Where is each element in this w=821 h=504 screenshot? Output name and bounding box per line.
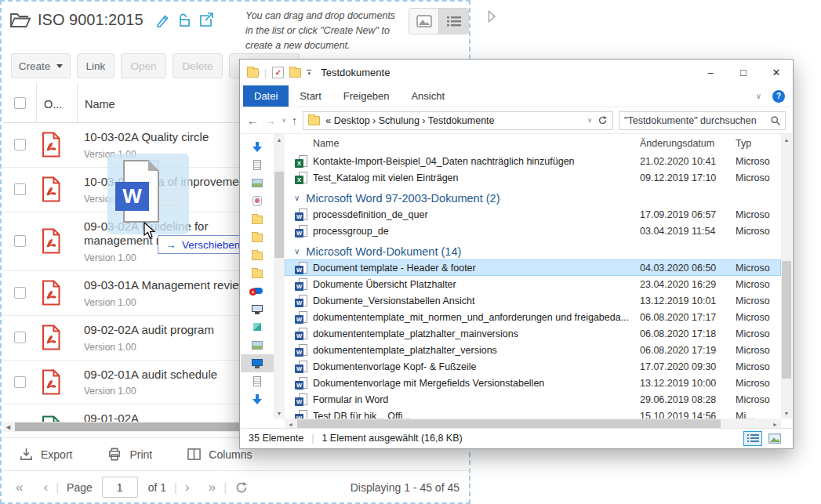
link-button[interactable]: Link [77,53,114,78]
nav-pane-item[interactable] [241,138,274,156]
search-input[interactable] [619,115,770,126]
nav-pane-item[interactable] [241,192,274,210]
nav-pane-item[interactable] [241,318,274,336]
column-header-name[interactable]: Name [85,98,115,111]
maximize-button[interactable]: □ [727,60,760,85]
new-folder-icon[interactable] [289,68,301,78]
file-row[interactable]: ∨ Microsoft Word-Dokument (14) [285,239,781,259]
export-button[interactable]: Export [19,447,72,462]
thumbnail-view-button[interactable] [409,9,438,34]
scroll-down-arrow-icon[interactable]: ▼ [274,408,285,419]
row-checkbox[interactable] [14,235,26,247]
first-page-button[interactable]: « [16,480,23,495]
scroll-down-arrow-icon[interactable]: ▼ [781,408,792,419]
file-row[interactable]: ∨ Microsoft Word 97-2003-Dokument (2) [285,186,781,206]
prev-page-button[interactable]: ‹ [43,480,48,495]
details-view-button[interactable] [743,431,762,446]
nav-pane-item[interactable] [241,300,274,318]
history-chevron-icon[interactable]: ∨ [282,117,286,124]
ribbon-tab[interactable]: Datei [243,85,289,107]
address-refresh-icon[interactable] [598,115,608,125]
nav-pane-item[interactable] [241,372,274,390]
large-icons-view-button[interactable] [765,431,784,446]
file-row[interactable]: Dokumente Übersicht Platzhalter 23.04.20… [285,276,781,292]
close-button[interactable]: ✕ [760,60,793,85]
file-row[interactable]: Test_Katalog mit vielen Einträgen 09.12.… [285,169,781,186]
row-checkbox[interactable] [14,332,26,343]
nav-pane-item[interactable] [241,174,274,192]
forward-button[interactable]: → [264,114,276,127]
file-list-scrollbar[interactable]: ▲ ▼ [781,134,792,419]
list-view-button[interactable] [438,9,468,34]
next-page-button[interactable]: › [185,480,190,495]
row-checkbox[interactable] [14,139,26,150]
scroll-up-arrow-icon[interactable]: ▲ [274,134,285,145]
scrollbar-thumb[interactable] [782,261,791,379]
file-row[interactable]: processdefinition_de_quer 17.09.2019 06:… [285,206,781,223]
print-button[interactable]: Print [107,447,152,462]
edit-folder-button[interactable] [155,13,170,27]
nav-pane-item[interactable] [241,156,274,174]
nav-pane-item[interactable] [241,228,274,246]
columns-button[interactable]: Columns [187,448,252,461]
row-checkbox[interactable] [14,183,26,195]
page-number-input[interactable] [102,477,138,498]
explorer-window[interactable]: | ✓ ▼ Testdokumente – □ ✕ ∨ ? DateiStart… [239,59,794,449]
file-row[interactable]: Dokumentenvorlage mit Mergefields Versio… [285,375,781,391]
last-page-button[interactable]: » [209,480,216,495]
refresh-icon[interactable] [234,480,249,495]
row-checkbox[interactable] [14,287,26,299]
up-button[interactable]: ↑ [292,114,298,127]
ribbon-tab[interactable]: Start [289,85,332,107]
folder-icon[interactable] [247,68,259,78]
delete-button[interactable]: Delete [173,53,223,78]
group-chevron-icon[interactable]: ∨ [294,247,300,256]
nav-pane-item[interactable] [241,336,274,354]
column-date[interactable]: Änderungsdatum [640,138,736,149]
nav-pane-item[interactable] [241,354,274,372]
help-icon[interactable]: ? [772,90,785,103]
group-chevron-icon[interactable]: ∨ [294,194,300,202]
file-row[interactable]: processgroup_de 03.04.2019 11:54 Microso [285,223,781,239]
column-type[interactable]: Typ [736,138,781,149]
file-row[interactable]: dokumententemplate_mit_normen_und_anford… [285,309,781,325]
search-box[interactable] [619,111,786,130]
nav-pane-item[interactable] [241,246,274,264]
minimize-button[interactable]: – [694,60,727,85]
nav-pane-item[interactable] [241,210,274,228]
row-checkbox[interactable] [14,376,26,388]
nav-pane-item[interactable] [241,282,274,300]
file-row[interactable]: dokumententemplate_platzhalter_versions … [285,342,781,358]
nav-pane-scrollbar[interactable]: ▲ ▼ [274,134,285,419]
scroll-up-arrow-icon[interactable]: ▲ [781,134,792,145]
search-icon[interactable] [770,115,781,126]
breadcrumb[interactable]: « Desktop › Schulung › Testdokumente [325,115,582,126]
unlock-button[interactable] [177,13,192,27]
create-button[interactable]: Create [11,53,71,78]
address-dropdown-chevron-icon[interactable]: ∨ [587,117,592,124]
column-name[interactable]: Name [285,138,640,149]
back-button[interactable]: ← [247,114,259,127]
ribbon-tab[interactable]: Freigeben [332,85,401,107]
select-all-checkbox[interactable] [14,97,26,109]
column-header-o[interactable]: O... [44,98,62,111]
file-row[interactable]: Formular in Word 29.06.2019 08:28 Micros… [285,391,781,408]
file-row[interactable]: Dokumente_Versionstabellen Ansicht 13.12… [285,292,781,309]
qat-dropdown-icon[interactable]: ▼ [307,70,311,76]
expand-panel-icon[interactable] [488,10,496,23]
navigation-pane[interactable] [241,134,274,419]
open-external-button[interactable] [199,13,215,27]
file-row[interactable]: Dokumentenvorlage Kopf- & Fußzeile 17.07… [285,358,781,375]
address-bar[interactable]: « Desktop › Schulung › Testdokumente ∨ [303,111,613,130]
scroll-left-arrow-icon[interactable]: ◄ [5,423,12,431]
explorer-titlebar[interactable]: | ✓ ▼ Testdokumente – □ ✕ [240,60,793,85]
file-row[interactable]: Kontakte-Import-Beispiel_04_Daten nachtr… [285,153,781,169]
file-row[interactable]: Document template - Header & footer 04.0… [285,259,781,276]
file-row[interactable]: Test DB für hik... Offi... 15.10.2019 14… [285,408,781,419]
properties-check-icon[interactable]: ✓ [272,67,284,78]
file-row[interactable]: dokumententemplate_platzhalter_mainversi… [285,325,781,342]
nav-pane-item[interactable] [241,264,274,282]
nav-pane-item[interactable] [241,390,274,408]
ribbon-collapse-chevron-icon[interactable]: ∨ [756,92,761,100]
open-button[interactable]: Open [121,53,166,78]
